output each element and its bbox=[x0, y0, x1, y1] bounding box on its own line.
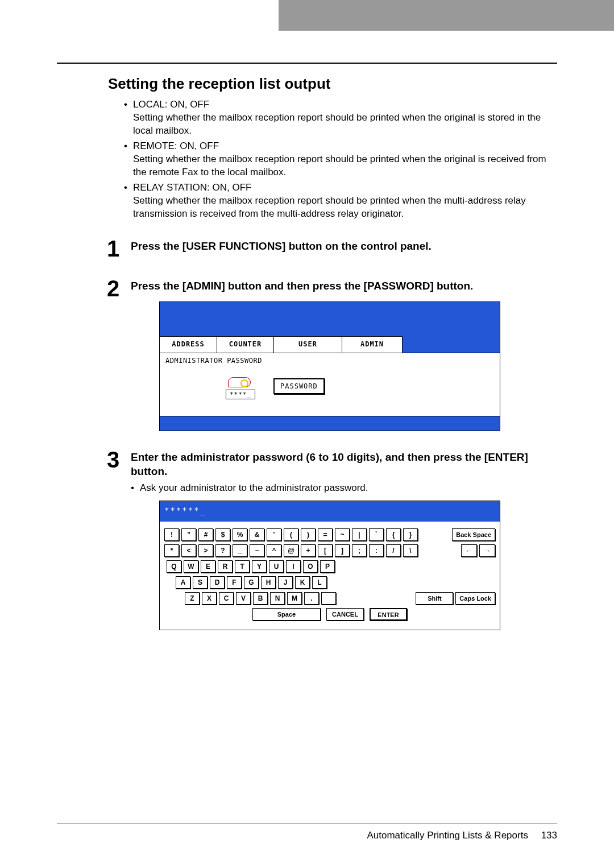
key-at[interactable]: @ bbox=[284, 544, 298, 557]
option-desc: Setting whether the mailbox reception re… bbox=[133, 153, 557, 179]
key-enter[interactable]: ENTER bbox=[370, 608, 407, 621]
key-blank[interactable] bbox=[321, 592, 336, 605]
key-icon bbox=[228, 377, 251, 387]
key-space[interactable]: Space bbox=[252, 608, 321, 621]
key-minus[interactable]: − bbox=[250, 544, 264, 557]
key-backtick[interactable]: ` bbox=[369, 528, 384, 541]
step-title: Enter the administrator password (6 to 1… bbox=[131, 450, 557, 478]
top-tab-active bbox=[279, 0, 347, 31]
keyboard-input[interactable]: ******_ bbox=[160, 501, 500, 522]
key-w[interactable]: W bbox=[184, 560, 198, 573]
key-squote[interactable]: ' bbox=[267, 528, 281, 541]
panel-bottom-bar bbox=[160, 416, 500, 431]
key-equals[interactable]: = bbox=[318, 528, 333, 541]
key-rbracket[interactable]: ] bbox=[335, 544, 350, 557]
key-lparen[interactable]: ( bbox=[284, 528, 298, 541]
key-n[interactable]: N bbox=[270, 592, 285, 605]
key-backslash[interactable]: \ bbox=[403, 544, 418, 557]
key-plus[interactable]: + bbox=[301, 544, 316, 557]
panel-body: ADMINISTRATOR PASSWORD ****_ PASSWORD bbox=[160, 353, 500, 416]
key-hash[interactable]: # bbox=[198, 528, 213, 541]
key-gt[interactable]: > bbox=[198, 544, 213, 557]
key-g[interactable]: G bbox=[244, 576, 259, 589]
key-arrow-left[interactable]: ← bbox=[461, 544, 477, 557]
tab-admin[interactable]: ADMIN bbox=[342, 336, 402, 353]
key-pipe[interactable]: | bbox=[352, 528, 367, 541]
keyboard-body: ! " # $ % & ' ( ) = ~ | ` { } bbox=[160, 522, 500, 630]
step-1: 1 Press the [USER FUNCTIONS] button on t… bbox=[57, 237, 557, 260]
key-lt[interactable]: < bbox=[181, 544, 196, 557]
key-asterisk[interactable]: * bbox=[164, 544, 179, 557]
kb-row-2: * < > ? _ − ^ @ + [ ] ; : / \ bbox=[164, 544, 495, 557]
key-shift[interactable]: Shift bbox=[416, 592, 453, 605]
key-v[interactable]: V bbox=[236, 592, 251, 605]
key-lbrace[interactable]: { bbox=[386, 528, 401, 541]
admin-panel-screenshot: ADDRESS COUNTER USER ADMIN ADMINISTRATOR… bbox=[159, 301, 500, 431]
kb-row-bottom: Space CANCEL ENTER bbox=[164, 608, 495, 621]
top-tab-blank bbox=[0, 0, 279, 31]
step-title: Press the [ADMIN] button and then press … bbox=[131, 279, 557, 294]
option-remote: REMOTE: ON, OFF Setting whether the mail… bbox=[124, 140, 557, 179]
key-underscore[interactable]: _ bbox=[233, 544, 247, 557]
key-percent[interactable]: % bbox=[233, 528, 247, 541]
key-a[interactable]: A bbox=[176, 576, 190, 589]
step-3: 3 Enter the administrator password (6 to… bbox=[57, 448, 557, 630]
panel-tabs: ADDRESS COUNTER USER ADMIN bbox=[160, 336, 500, 353]
key-rbrace[interactable]: } bbox=[403, 528, 418, 541]
key-caret[interactable]: ^ bbox=[267, 544, 281, 557]
key-colon[interactable]: : bbox=[369, 544, 384, 557]
key-lbracket[interactable]: [ bbox=[318, 544, 333, 557]
key-amp[interactable]: & bbox=[250, 528, 264, 541]
tab-counter[interactable]: COUNTER bbox=[217, 336, 273, 353]
key-k[interactable]: K bbox=[295, 576, 310, 589]
key-e[interactable]: E bbox=[201, 560, 215, 573]
key-t[interactable]: T bbox=[235, 560, 250, 573]
tab-address[interactable]: ADDRESS bbox=[160, 336, 217, 353]
key-arrow-right[interactable]: → bbox=[479, 544, 495, 557]
option-list: LOCAL: ON, OFF Setting whether the mailb… bbox=[114, 98, 557, 220]
password-button[interactable]: PASSWORD bbox=[273, 378, 325, 394]
key-question[interactable]: ? bbox=[215, 544, 230, 557]
key-o[interactable]: O bbox=[303, 560, 318, 573]
panel-titlebar bbox=[160, 302, 500, 336]
step-number: 1 bbox=[57, 237, 126, 260]
key-rparen[interactable]: ) bbox=[301, 528, 316, 541]
option-label: RELAY STATION: ON, OFF bbox=[133, 182, 251, 193]
key-p[interactable]: P bbox=[320, 560, 335, 573]
key-f[interactable]: F bbox=[227, 576, 242, 589]
key-backspace[interactable]: Back Space bbox=[452, 528, 495, 541]
section-heading: Setting the reception list output bbox=[57, 75, 557, 93]
key-semicolon[interactable]: ; bbox=[352, 544, 367, 557]
option-label: REMOTE: ON, OFF bbox=[133, 140, 219, 151]
key-r[interactable]: R bbox=[218, 560, 233, 573]
key-dollar[interactable]: $ bbox=[215, 528, 230, 541]
top-tab-rest bbox=[347, 0, 614, 31]
option-local: LOCAL: ON, OFF Setting whether the mailb… bbox=[124, 98, 557, 138]
tab-user[interactable]: USER bbox=[273, 336, 342, 353]
key-h[interactable]: H bbox=[261, 576, 276, 589]
key-i[interactable]: I bbox=[286, 560, 301, 573]
key-z[interactable]: Z bbox=[185, 592, 200, 605]
key-b[interactable]: B bbox=[253, 592, 268, 605]
key-cancel[interactable]: CANCEL bbox=[326, 608, 364, 621]
key-d[interactable]: D bbox=[210, 576, 225, 589]
key-q[interactable]: Q bbox=[167, 560, 181, 573]
key-u[interactable]: U bbox=[269, 560, 284, 573]
key-capslock[interactable]: Caps Lock bbox=[455, 592, 495, 605]
key-dquote[interactable]: " bbox=[181, 528, 196, 541]
key-y[interactable]: Y bbox=[252, 560, 267, 573]
key-slash[interactable]: / bbox=[386, 544, 401, 557]
key-c[interactable]: C bbox=[219, 592, 234, 605]
key-excl[interactable]: ! bbox=[164, 528, 179, 541]
step-2: 2 Press the [ADMIN] button and then pres… bbox=[57, 277, 557, 431]
key-tilde[interactable]: ~ bbox=[335, 528, 350, 541]
footer-text: Automatically Printing Lists & Reports bbox=[367, 830, 528, 841]
key-s[interactable]: S bbox=[193, 576, 208, 589]
option-desc: Setting whether the mailbox reception re… bbox=[133, 111, 557, 138]
key-x[interactable]: X bbox=[202, 592, 217, 605]
key-l[interactable]: L bbox=[312, 576, 327, 589]
page-footer: Automatically Printing Lists & Reports 1… bbox=[57, 824, 557, 841]
key-period[interactable]: . bbox=[304, 592, 319, 605]
key-j[interactable]: J bbox=[278, 576, 293, 589]
key-m[interactable]: M bbox=[287, 592, 302, 605]
